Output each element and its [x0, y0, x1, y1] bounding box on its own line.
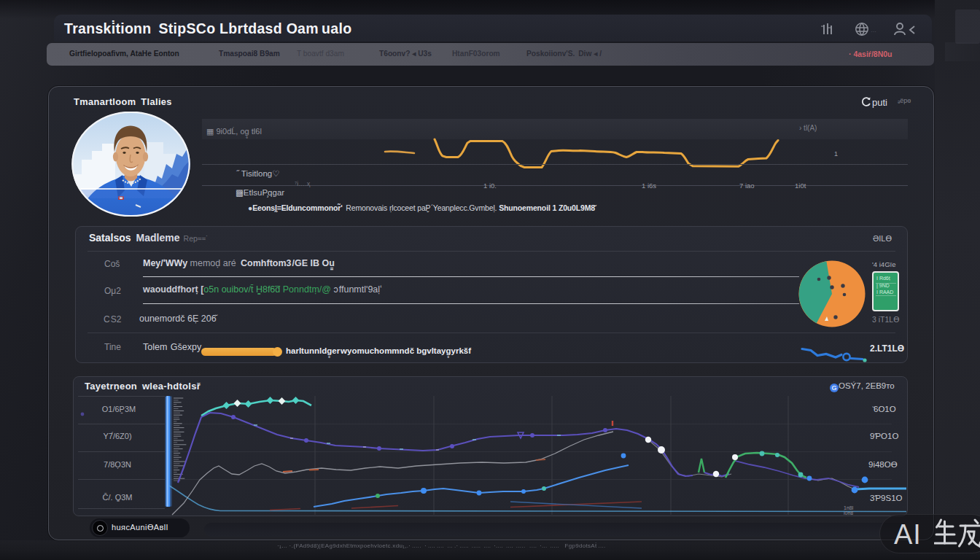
svg-text:C̄/. O̳3M: C̄/. O̳3M	[103, 493, 133, 502]
svg-text:̆6O1O: ̆6O1O	[872, 405, 896, 413]
svg-text:і0п8: і0п8	[844, 510, 853, 516]
svg-text:Y7́/6Z0): Y7́/6Z0)	[103, 432, 131, 440]
svg-text:1: 1	[834, 150, 838, 158]
svg-text:O1/6P͍3M: O1/6P͍3M	[102, 405, 136, 414]
svg-text:7/8Ọ3N: 7/8Ọ3N	[104, 460, 131, 469]
svg-text:1п8Ӏ: 1п8Ӏ	[844, 505, 854, 510]
svg-text:9ƤO1O: 9ƤO1O	[870, 432, 898, 440]
svg-text:9i48OӨ: 9i48OӨ	[868, 460, 898, 469]
svg-text:…: …	[871, 27, 876, 34]
svg-text:3Ƥ9S1O: 3Ƥ9S1O	[870, 494, 903, 502]
